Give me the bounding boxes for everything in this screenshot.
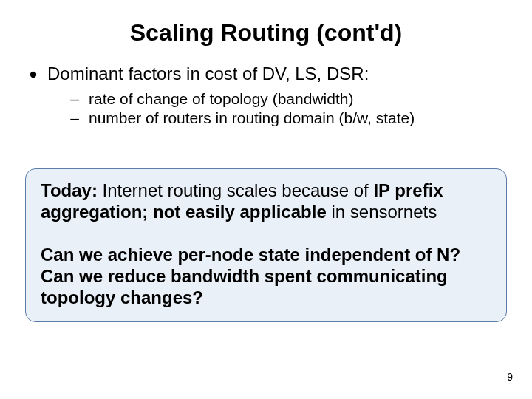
dash-icon: – [69, 109, 80, 128]
slide: Scaling Routing (cont'd) Dominant factor… [0, 0, 532, 399]
callout-q2-a: Can we [41, 266, 108, 286]
callout-q1-a: Can we achieve [41, 245, 177, 265]
callout-text: Internet routing scales because of [98, 180, 374, 200]
sub-bullet: – rate of change of topology (bandwidth) [69, 89, 507, 109]
callout-text [180, 202, 185, 222]
slide-body: Dominant factors in cost of DV, LS, DSR:… [0, 47, 532, 129]
sub-bullet: – number of routers in routing domain (b… [69, 109, 507, 128]
callout-lead: Today: [41, 180, 98, 200]
bullet-level1: Dominant factors in cost of DV, LS, DSR: [30, 63, 507, 85]
dash-icon: – [69, 89, 80, 109]
callout-box: Today: Internet routing scales because o… [25, 168, 507, 322]
page-number: 9 [507, 371, 513, 383]
callout-bold: easily applicable [185, 202, 327, 222]
slide-title: Scaling Routing (cont'd) [0, 0, 532, 47]
sub-bullet-text: number of routers in routing domain (b/w… [89, 109, 507, 128]
bullet-dot-icon [30, 71, 37, 78]
bullet1-text: Dominant factors in cost of DV, LS, DSR: [47, 63, 507, 85]
callout-paragraph-1: Today: Internet routing scales because o… [41, 180, 493, 223]
callout-paragraph-2: Can we achieve per-node state independen… [41, 244, 493, 309]
svg-point-0 [30, 72, 36, 78]
sub-bullets: – rate of change of topology (bandwidth)… [30, 89, 507, 129]
sub-bullet-text: rate of change of topology (bandwidth) [89, 89, 507, 109]
callout-text: in sensornets [327, 202, 437, 222]
callout-q1-b: per-node state independent of N? [177, 245, 460, 265]
